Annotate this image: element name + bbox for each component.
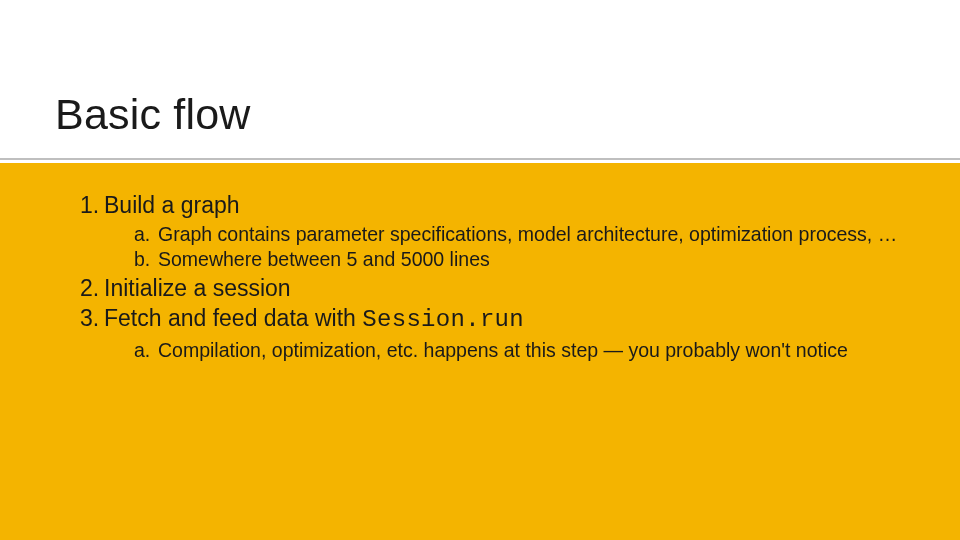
- sub-letter: b.: [134, 247, 156, 272]
- title-underline: [0, 158, 960, 160]
- sub-item: a. Compilation, optimization, etc. happe…: [134, 338, 910, 363]
- item-text: Initialize a session: [104, 274, 291, 303]
- sub-letter: a.: [134, 222, 156, 247]
- list-item-3: 3. Fetch and feed data with Session.run …: [80, 304, 910, 363]
- item-text: Build a graph: [104, 191, 240, 220]
- main-list: 1. Build a graph a. Graph contains param…: [80, 191, 910, 362]
- list-item-2: 2. Initialize a session: [80, 274, 910, 303]
- item-number: 2.: [80, 274, 104, 303]
- item-text-prefix: Fetch and feed data with: [104, 305, 362, 331]
- list-item-1: 1. Build a graph a. Graph contains param…: [80, 191, 910, 272]
- sub-list-3: a. Compilation, optimization, etc. happe…: [134, 338, 910, 363]
- item-text-code: Session.run: [362, 306, 524, 333]
- slide-header: Basic flow: [0, 0, 960, 165]
- sub-text: Compilation, optimization, etc. happens …: [156, 338, 858, 363]
- sub-item: a. Graph contains parameter specificatio…: [134, 222, 910, 247]
- sub-list-1: a. Graph contains parameter specificatio…: [134, 222, 910, 272]
- sub-text: Graph contains parameter specifications,…: [156, 222, 907, 247]
- sub-text: Somewhere between 5 and 5000 lines: [156, 247, 500, 272]
- slide-title: Basic flow: [55, 90, 905, 139]
- item-number: 1.: [80, 191, 104, 220]
- slide-body: 1. Build a graph a. Graph contains param…: [0, 163, 960, 540]
- item-number: 3.: [80, 304, 104, 336]
- slide: Basic flow 1. Build a graph a. Graph con…: [0, 0, 960, 540]
- sub-item: b. Somewhere between 5 and 5000 lines: [134, 247, 910, 272]
- item-text: Fetch and feed data with Session.run: [104, 304, 524, 336]
- sub-letter: a.: [134, 338, 156, 363]
